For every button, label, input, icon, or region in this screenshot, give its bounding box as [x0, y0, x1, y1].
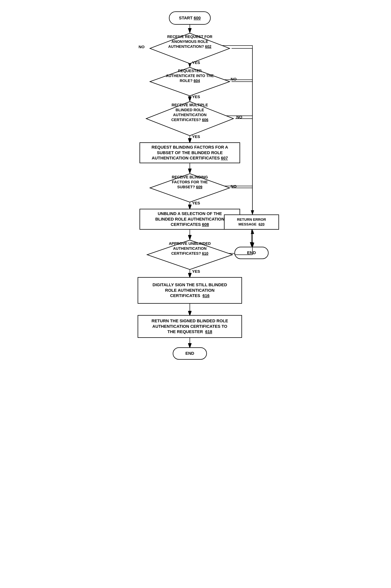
label-610-yes: YES: [192, 269, 200, 274]
process-620: RETURN ERROR MESSAGE 620: [224, 214, 279, 230]
start-terminal: START 600: [169, 11, 211, 25]
label-604-yes: YES: [192, 95, 200, 99]
process-607: REQUEST BLINDING FACTORS FOR ASUBSET OF …: [139, 142, 240, 163]
flowchart-diagram: START 600 RECEIVE REQUEST FORANONYMOUS R…: [110, 7, 281, 577]
end-terminal-main: END: [173, 347, 207, 360]
end-terminal-error: END: [234, 247, 269, 259]
label-609-yes: YES: [192, 201, 200, 205]
decision-609: RECEIVE BLINDINGFACTORS FOR THESUBSET? 6…: [148, 173, 232, 203]
label-602-yes: YES: [192, 60, 200, 65]
label-602-no: NO: [139, 45, 145, 49]
process-616: DIGITALLY SIGN THE STILL BLINDEDROLE AUT…: [138, 277, 242, 304]
label-606-yes: YES: [192, 134, 200, 139]
decision-602: RECEIVE REQUEST FORANONYMOUS ROLEAUTHENT…: [148, 32, 232, 65]
label-606-no: NO: [236, 115, 242, 119]
decision-606: RECEIVE MULTIPLEBLINDED ROLEAUTHENTICATI…: [144, 100, 235, 137]
process-618: RETURN THE SIGNED BLINDED ROLEAUTHENTICA…: [138, 315, 242, 338]
decision-610: APPROVE UNBLINDEDAUTHENTICATIONCERTIFICA…: [145, 239, 234, 271]
decision-604: REQUESTERAUTHENTICATE INTO THEROLE? 604: [148, 66, 232, 97]
